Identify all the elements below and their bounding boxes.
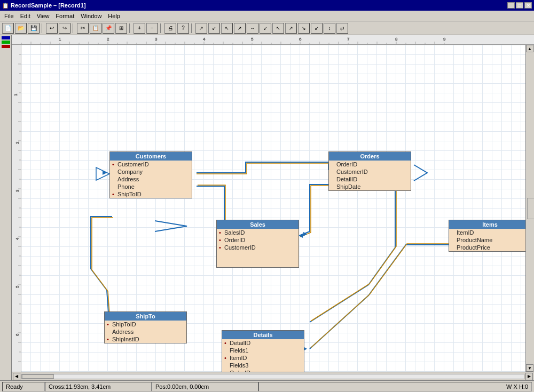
scroll-thumb-v[interactable]	[527, 198, 534, 219]
icon-extra1[interactable]: ⊞	[115, 23, 127, 34]
details-row-4: OrderID	[222, 369, 304, 372]
cut-btn[interactable]: ✂	[77, 23, 89, 34]
paste-btn[interactable]: 📌	[103, 23, 114, 34]
sep5	[191, 23, 193, 33]
status-pos: Pos:0.00cm, 0.00cm	[152, 382, 258, 391]
status-cross: Cross:11.93cm, 3.41cm	[45, 382, 152, 391]
arrow-tool-6[interactable]: ↙	[260, 23, 271, 34]
save-btn[interactable]: 💾	[28, 23, 40, 34]
customers-row-4: ShipToID	[110, 190, 192, 198]
svg-text:1: 1	[13, 93, 18, 96]
svg-text:3: 3	[155, 37, 158, 42]
menu-format[interactable]: Format	[52, 12, 77, 20]
new-btn[interactable]: 📄	[2, 23, 14, 34]
ruler-vertical: 1 2 3	[12, 45, 21, 372]
scrollbar-vertical[interactable]: ▲ ▼	[525, 45, 534, 372]
close-btn[interactable]: ✕	[524, 2, 532, 9]
scroll-left-btn[interactable]: ◀	[13, 373, 20, 380]
customers-row-1: Company	[110, 168, 192, 175]
arrow-tool-9[interactable]: ↘	[298, 23, 310, 34]
items-row-2: ProductPrice	[449, 244, 525, 251]
table-details[interactable]: Details DetailID Fields1 ItemID Fields3 …	[222, 330, 304, 372]
orders-body: OrderID CustomerID DetailID ShipDate	[329, 161, 411, 190]
color-panel	[0, 35, 12, 380]
table-shipto[interactable]: ShipTo ShipToID Address ShipInstID	[104, 311, 187, 343]
items-header: Items	[449, 220, 525, 229]
arrow-tool-4[interactable]: ↗	[234, 23, 246, 34]
title-controls[interactable]: _ □ ✕	[507, 2, 532, 9]
orders-row-2: DetailID	[329, 175, 411, 183]
svg-text:6: 6	[299, 37, 302, 42]
color-strip-green	[2, 41, 10, 44]
sales-header: Sales	[217, 220, 299, 229]
open-btn[interactable]: 📂	[15, 23, 27, 34]
svg-text:4: 4	[203, 37, 206, 42]
maximize-btn[interactable]: □	[516, 2, 523, 9]
scroll-up-btn[interactable]: ▲	[526, 45, 533, 52]
orders-row-3: ShipDate	[329, 183, 411, 190]
plus-btn[interactable]: +	[134, 23, 145, 34]
scroll-track-h	[21, 374, 524, 379]
menu-edit[interactable]: Edit	[17, 12, 34, 20]
table-items[interactable]: Items ItemID ProductName ProductPrice	[449, 220, 525, 252]
scroll-thumb-h[interactable]	[22, 374, 54, 379]
status-bar: Ready Cross:11.93cm, 3.41cm Pos:0.00cm, …	[0, 380, 534, 392]
orders-header: Orders	[329, 152, 411, 161]
details-row-0: DetailID	[222, 339, 304, 347]
arrow-tool-3[interactable]: ↖	[221, 23, 233, 34]
menu-file[interactable]: File	[1, 12, 17, 20]
customers-row-3: Phone	[110, 183, 192, 190]
table-orders[interactable]: Orders OrderID CustomerID DetailID ShipD…	[328, 151, 411, 191]
shipto-header: ShipTo	[105, 312, 186, 321]
minus-btn[interactable]: −	[146, 23, 158, 34]
arrow-tool-11[interactable]: ↕	[324, 23, 335, 34]
menu-view[interactable]: View	[34, 12, 53, 20]
arrow-tool-7[interactable]: ↖	[272, 23, 284, 34]
title-bar: 📋 RecordSample – [Record1] _ □ ✕	[0, 0, 534, 11]
main-canvas[interactable]: Customers CustomerID Company Address Pho…	[21, 45, 525, 372]
menu-help[interactable]: Help	[105, 12, 123, 20]
customers-body: CustomerID Company Address Phone ShipToI…	[110, 161, 192, 198]
scroll-down-btn[interactable]: ▼	[526, 364, 533, 372]
copy-btn[interactable]: 📋	[90, 23, 101, 34]
shipto-row-0: ShipToID	[105, 321, 186, 328]
undo-btn[interactable]: ↩	[46, 23, 58, 34]
scrollbar-horizontal[interactable]: ◀ ▶	[12, 372, 534, 380]
sep4	[160, 23, 162, 33]
details-body: DetailID Fields1 ItemID Fields3 OrderID	[222, 339, 304, 372]
sep3	[129, 23, 131, 33]
status-ready: Ready	[2, 382, 45, 391]
orders-row-0: OrderID	[329, 161, 411, 168]
menu-window[interactable]: Window	[77, 12, 105, 20]
minimize-btn[interactable]: _	[507, 2, 515, 9]
print-btn[interactable]: 🖨	[164, 23, 176, 34]
arrow-tool-5[interactable]: ↔	[247, 23, 258, 34]
scroll-right-btn[interactable]: ▶	[525, 373, 533, 380]
status-dim: W X H:0	[258, 382, 532, 391]
svg-text:3: 3	[15, 189, 20, 192]
color-strip-red	[2, 45, 10, 48]
arrow-tool-12[interactable]: ⇄	[336, 23, 348, 34]
connections-svg	[21, 45, 525, 372]
svg-marker-98	[303, 232, 307, 236]
table-sales[interactable]: Sales SalesID OrderID CustomerID	[216, 220, 299, 268]
help-btn[interactable]: ?	[177, 23, 189, 34]
color-strip-blue	[2, 36, 10, 39]
redo-btn[interactable]: ↪	[59, 23, 70, 34]
svg-text:5: 5	[251, 37, 254, 42]
items-row-0: ItemID	[449, 229, 525, 236]
sep1	[42, 23, 44, 33]
arrow-tool-10[interactable]: ↙	[311, 23, 323, 34]
svg-text:2: 2	[107, 37, 109, 42]
arrow-tool-1[interactable]: ↗	[195, 23, 207, 34]
ruler-area: 1 2 3	[12, 45, 534, 372]
table-customers[interactable]: Customers CustomerID Company Address Pho…	[109, 151, 192, 198]
arrow-tool-8[interactable]: ↗	[285, 23, 297, 34]
arrow-tool-2[interactable]: ↙	[208, 23, 220, 34]
details-header: Details	[222, 331, 304, 339]
sales-row-0: SalesID	[217, 229, 299, 236]
svg-text:6: 6	[15, 333, 20, 336]
details-row-2: ItemID	[222, 354, 304, 362]
svg-marker-97	[103, 171, 107, 175]
svg-text:7: 7	[347, 37, 350, 42]
